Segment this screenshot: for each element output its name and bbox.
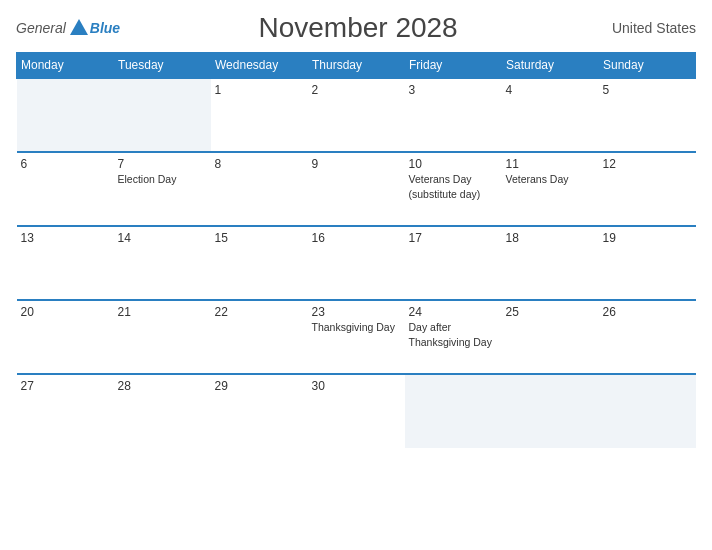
calendar-week-row: 20212223Thanksgiving Day24Day afterThank… <box>17 300 696 374</box>
col-tuesday: Tuesday <box>114 53 211 79</box>
day-number: 6 <box>21 157 110 171</box>
day-number: 1 <box>215 83 304 97</box>
event-label: (substitute day) <box>409 188 498 202</box>
col-thursday: Thursday <box>308 53 405 79</box>
day-number: 13 <box>21 231 110 245</box>
event-label: Day after <box>409 321 498 335</box>
table-row <box>502 374 599 448</box>
logo-blue-text: Blue <box>90 20 120 36</box>
col-sunday: Sunday <box>599 53 696 79</box>
day-number: 29 <box>215 379 304 393</box>
table-row: 22 <box>211 300 308 374</box>
calendar-table: Monday Tuesday Wednesday Thursday Friday… <box>16 52 696 448</box>
table-row: 1 <box>211 78 308 152</box>
day-number: 11 <box>506 157 595 171</box>
table-row <box>114 78 211 152</box>
table-row: 28 <box>114 374 211 448</box>
day-number: 3 <box>409 83 498 97</box>
day-number: 7 <box>118 157 207 171</box>
table-row: 9 <box>308 152 405 226</box>
table-row: 13 <box>17 226 114 300</box>
table-row: 18 <box>502 226 599 300</box>
day-number: 21 <box>118 305 207 319</box>
col-friday: Friday <box>405 53 502 79</box>
calendar-week-row: 67Election Day8910Veterans Day(substitut… <box>17 152 696 226</box>
day-number: 4 <box>506 83 595 97</box>
day-number: 9 <box>312 157 401 171</box>
day-number: 5 <box>603 83 692 97</box>
day-number: 23 <box>312 305 401 319</box>
table-row: 21 <box>114 300 211 374</box>
day-number: 18 <box>506 231 595 245</box>
event-label: Veterans Day <box>506 173 595 187</box>
table-row: 24Day afterThanksgiving Day <box>405 300 502 374</box>
event-label: Election Day <box>118 173 207 187</box>
table-row: 20 <box>17 300 114 374</box>
calendar-header-row: Monday Tuesday Wednesday Thursday Friday… <box>17 53 696 79</box>
table-row: 11Veterans Day <box>502 152 599 226</box>
table-row: 5 <box>599 78 696 152</box>
day-number: 30 <box>312 379 401 393</box>
calendar-week-row: 13141516171819 <box>17 226 696 300</box>
day-number: 10 <box>409 157 498 171</box>
day-number: 26 <box>603 305 692 319</box>
day-number: 22 <box>215 305 304 319</box>
table-row: 29 <box>211 374 308 448</box>
table-row: 26 <box>599 300 696 374</box>
table-row: 6 <box>17 152 114 226</box>
table-row: 10Veterans Day(substitute day) <box>405 152 502 226</box>
event-label: Veterans Day <box>409 173 498 187</box>
calendar-week-row: 27282930 <box>17 374 696 448</box>
col-saturday: Saturday <box>502 53 599 79</box>
calendar-title: November 2028 <box>120 12 596 44</box>
table-row <box>599 374 696 448</box>
table-row: 12 <box>599 152 696 226</box>
calendar-week-row: 12345 <box>17 78 696 152</box>
table-row: 27 <box>17 374 114 448</box>
header: General Blue November 2028 United States <box>16 12 696 44</box>
day-number: 20 <box>21 305 110 319</box>
day-number: 27 <box>21 379 110 393</box>
event-label: Thanksgiving Day <box>312 321 401 335</box>
logo: General Blue <box>16 17 120 39</box>
logo-general-text: General <box>16 20 66 36</box>
day-number: 25 <box>506 305 595 319</box>
day-number: 24 <box>409 305 498 319</box>
day-number: 2 <box>312 83 401 97</box>
table-row: 16 <box>308 226 405 300</box>
day-number: 28 <box>118 379 207 393</box>
event-label: Thanksgiving Day <box>409 336 498 350</box>
logo-icon <box>68 17 90 39</box>
table-row <box>17 78 114 152</box>
day-number: 15 <box>215 231 304 245</box>
table-row: 4 <box>502 78 599 152</box>
page: General Blue November 2028 United States… <box>0 0 712 550</box>
table-row: 15 <box>211 226 308 300</box>
day-number: 14 <box>118 231 207 245</box>
col-wednesday: Wednesday <box>211 53 308 79</box>
table-row: 23Thanksgiving Day <box>308 300 405 374</box>
table-row: 17 <box>405 226 502 300</box>
day-number: 16 <box>312 231 401 245</box>
table-row: 7Election Day <box>114 152 211 226</box>
table-row <box>405 374 502 448</box>
day-number: 17 <box>409 231 498 245</box>
day-number: 19 <box>603 231 692 245</box>
table-row: 30 <box>308 374 405 448</box>
table-row: 19 <box>599 226 696 300</box>
day-number: 12 <box>603 157 692 171</box>
svg-marker-0 <box>70 19 88 35</box>
table-row: 14 <box>114 226 211 300</box>
table-row: 8 <box>211 152 308 226</box>
col-monday: Monday <box>17 53 114 79</box>
table-row: 25 <box>502 300 599 374</box>
day-number: 8 <box>215 157 304 171</box>
country-label: United States <box>596 20 696 36</box>
table-row: 2 <box>308 78 405 152</box>
table-row: 3 <box>405 78 502 152</box>
